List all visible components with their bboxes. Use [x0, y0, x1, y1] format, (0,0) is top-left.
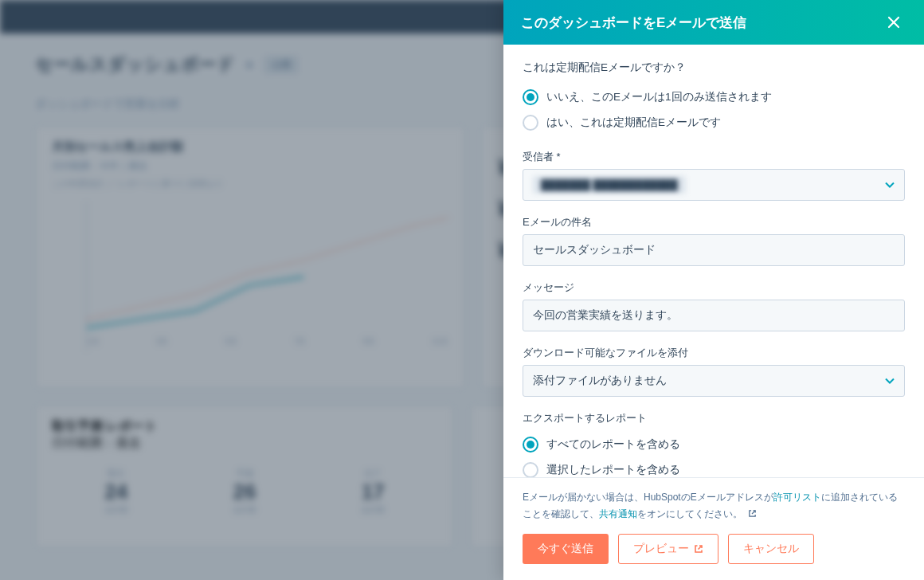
- cancel-button[interactable]: キャンセル: [728, 534, 814, 564]
- send-now-button[interactable]: 今すぐ送信: [523, 534, 609, 564]
- subject-label: Eメールの件名: [523, 215, 905, 229]
- footer-help-text: Eメールが届かない場合は、HubSpotのEメールアドレスが許可リストに追加され…: [523, 489, 905, 523]
- recipients-label: 受信者: [523, 150, 905, 164]
- attachment-value: 添付ファイルがありません: [533, 374, 667, 388]
- radio-label: いいえ、このEメールは1回のみ送信されます: [546, 90, 772, 104]
- footer-buttons: 今すぐ送信 プレビュー キャンセル: [523, 534, 905, 564]
- radio-export-selected[interactable]: 選択したレポートを含める: [523, 457, 905, 477]
- modal-body: これは定期配信Eメールですか？ いいえ、このEメールは1回のみ送信されます はい…: [503, 45, 924, 477]
- radio-label: はい、これは定期配信Eメールです: [546, 116, 721, 130]
- close-icon: [887, 15, 901, 29]
- radio-recurring-no[interactable]: いいえ、このEメールは1回のみ送信されます: [523, 84, 905, 110]
- export-radio-group: すべてのレポートを含める 選択したレポートを含める: [523, 432, 905, 477]
- message-input[interactable]: [533, 309, 895, 322]
- attachment-select[interactable]: 添付ファイルがありません: [523, 365, 905, 397]
- message-label: メッセージ: [523, 280, 905, 295]
- close-button[interactable]: [881, 10, 906, 35]
- attachment-label: ダウンロード可能なファイルを添付: [523, 346, 905, 360]
- recipients-select[interactable]: ███████ ████████████: [523, 169, 905, 201]
- allowlist-link[interactable]: 許可リスト: [773, 492, 821, 503]
- radio-export-all[interactable]: すべてのレポートを含める: [523, 432, 905, 457]
- email-dashboard-modal: このダッシュボードをEメールで送信 これは定期配信Eメールですか？ いいえ、この…: [503, 0, 924, 580]
- caret-down-icon: [885, 182, 895, 188]
- recurring-radio-group: いいえ、このEメールは1回のみ送信されます はい、これは定期配信Eメールです: [523, 84, 905, 135]
- radio-recurring-yes[interactable]: はい、これは定期配信Eメールです: [523, 110, 905, 135]
- caret-down-icon: [885, 378, 895, 384]
- radio-icon: [523, 89, 538, 105]
- field-message: メッセージ: [523, 280, 905, 331]
- external-link-icon: [694, 544, 703, 554]
- share-notification-link[interactable]: 共有通知: [599, 508, 637, 519]
- radio-label: すべてのレポートを含める: [546, 437, 680, 452]
- subject-input[interactable]: [533, 244, 895, 257]
- field-subject: Eメールの件名: [523, 215, 905, 266]
- radio-icon: [523, 437, 538, 453]
- preview-button[interactable]: プレビュー: [618, 534, 718, 564]
- subject-input-wrapper: [523, 234, 905, 266]
- radio-label: 選択したレポートを含める: [546, 463, 680, 477]
- modal-header: このダッシュボードをEメールで送信: [503, 0, 924, 45]
- message-input-wrapper: [523, 300, 905, 331]
- field-recipients: 受信者 ███████ ████████████: [523, 150, 905, 201]
- modal-footer: Eメールが届かない場合は、HubSpotのEメールアドレスが許可リストに追加され…: [503, 477, 924, 580]
- export-reports-label: エクスポートするレポート: [523, 411, 905, 425]
- external-link-icon: [748, 507, 757, 523]
- radio-icon: [523, 115, 538, 131]
- recurring-prompt: これは定期配信Eメールですか？: [523, 61, 905, 75]
- modal-title: このダッシュボードをEメールで送信: [521, 14, 746, 32]
- field-attachment: ダウンロード可能なファイルを添付 添付ファイルがありません: [523, 346, 905, 397]
- radio-icon: [523, 462, 538, 477]
- recipient-chip: ███████ ████████████: [533, 176, 686, 194]
